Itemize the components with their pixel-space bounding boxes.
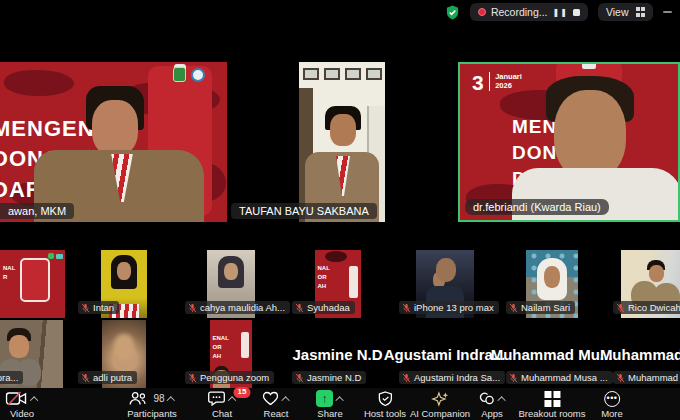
participant-name-label: Syuhadaa [292, 301, 355, 314]
participant-name-label: hmad Yora... [0, 371, 23, 384]
chevron-up-icon[interactable] [30, 396, 38, 404]
gallery-tile[interactable]: NALR [0, 250, 70, 318]
host-tools-button[interactable]: Host tools [364, 390, 406, 419]
status-battery-icon [56, 254, 63, 259]
apps-button[interactable]: Apps [478, 390, 506, 419]
participant-name-label: Intan [78, 301, 119, 314]
mic-muted-icon [188, 303, 197, 313]
participant-count: 98 [153, 393, 164, 404]
banner-mini-text: NALORAH [318, 264, 330, 291]
participant-name-label: adli putra [78, 371, 137, 384]
participant-name-label: dr.febriandi (Kwarda Riau) [465, 199, 609, 215]
participant-face [92, 100, 138, 156]
video-off-icon [6, 391, 28, 406]
mic-muted-icon [81, 373, 90, 383]
pause-recording-button[interactable]: ❚❚ [553, 8, 568, 17]
meeting-topbar: Recording... ❚❚ View [0, 0, 680, 24]
breakout-button[interactable]: Breakout rooms [518, 390, 585, 419]
portrait-video [299, 62, 385, 222]
video-button[interactable]: Video [6, 390, 39, 419]
participants-icon [128, 391, 148, 406]
date-year: 2026 [495, 81, 522, 90]
mic-muted-icon [616, 303, 625, 313]
gallery-tile-intan[interactable]: Intan [70, 250, 177, 318]
participant-name-label: awan, MKM [0, 203, 74, 219]
participant-name-label: Rico Dwicahyo... [613, 301, 680, 314]
more-button[interactable]: •••More [601, 390, 623, 419]
video-tile-speaker-center[interactable]: TAUFAN BAYU SAKBANA [229, 62, 456, 222]
toolbar-item-label: Host tools [364, 408, 406, 419]
toolbar-item-label: Breakout rooms [518, 408, 585, 419]
chevron-up-icon[interactable] [281, 396, 289, 404]
participant-name-label: Pengguna zoom [185, 371, 274, 384]
share-screen-icon: ↑ [316, 390, 333, 407]
toolbar-item-label: Participants [127, 408, 177, 419]
date-month: Januari [495, 72, 522, 81]
gallery-row-2: hmad Yora...adli putraENALORAHPengguna z… [0, 320, 680, 388]
host-tools-shield-icon [378, 391, 393, 407]
mic-muted-icon [509, 303, 518, 313]
chevron-up-icon[interactable] [167, 396, 175, 404]
breakout-rooms-icon [544, 391, 560, 407]
mic-muted-icon [402, 373, 411, 383]
participant-name-label: cahya maulidia Ah... [185, 301, 290, 314]
apps-icon [478, 391, 495, 406]
chat-icon [208, 391, 226, 406]
event-logo-icon [173, 67, 186, 82]
meeting-toolbar: Video98Participants15ChatReact↑ShareHost… [0, 388, 680, 420]
participant-name-label: Jasmine N.D [292, 371, 366, 384]
mic-muted-icon [509, 373, 518, 383]
video-tile-speaker-left[interactable]: MENGENALDONORDARAH awan, MKM [0, 62, 227, 222]
view-button[interactable]: View [598, 3, 653, 21]
gallery-tile-nailam-sari[interactable]: Nailam Sari [498, 250, 605, 318]
toolbar-item-label: React [262, 408, 290, 419]
recording-indicator: Recording... ❚❚ [470, 3, 588, 21]
chevron-up-icon[interactable] [497, 396, 505, 404]
toolbar-item-label: Video [6, 408, 39, 419]
gallery-tile-muhammad-musa-[interactable]: Muhammad Mu...Muhammad Musa ... [498, 320, 605, 388]
status-shield-icon [48, 253, 54, 259]
share-button[interactable]: ↑Share [316, 390, 344, 419]
security-shield-icon[interactable] [445, 5, 460, 20]
mic-muted-icon [402, 303, 411, 313]
gallery-tile-adli-putra[interactable]: adli putra [70, 320, 177, 388]
toolbar-item-label: Share [316, 408, 344, 419]
chevron-up-icon[interactable] [335, 396, 343, 404]
ai-companion-button[interactable]: AI Companion [410, 390, 470, 419]
chat-unread-badge: 15 [234, 387, 251, 398]
video-tile-active-speaker[interactable]: 3 Januari 2026 MENGDONODARAH dr.febriand… [458, 62, 680, 222]
main-video-stage: MENGENALDONORDARAH awan, MKM TAUFAN BAYU… [0, 62, 680, 222]
participants-button[interactable]: 98Participants [127, 390, 177, 419]
gallery-tile-iphone-13-pro-max[interactable]: iPhone 13 pro max [391, 250, 498, 318]
mic-muted-icon [188, 373, 197, 383]
gallery-tile-pengguna-zoom[interactable]: ENALORAHPengguna zoom [177, 320, 284, 388]
date-day: 3 [472, 72, 484, 93]
react-button[interactable]: React [262, 390, 290, 419]
gallery-tile-syuhadaa[interactable]: NALORAHSyuhadaa [284, 250, 391, 318]
event-date-badge: 3 Januari 2026 [472, 72, 522, 93]
participant-name-label: TAUFAN BAYU SAKBANA [231, 203, 377, 219]
stop-recording-button[interactable] [573, 9, 580, 16]
gallery-tile-muhammad-ya-[interactable]: Muhammad Ya...Muhammad Ya... [605, 320, 680, 388]
recording-label: Recording... [491, 6, 548, 18]
zoom-meeting-window: { "topbar": { "recording_label": "Record… [0, 0, 680, 420]
toolbar-item-label: More [601, 408, 623, 419]
toolbar-item-label: Chat [208, 408, 237, 419]
gallery-view-icon [636, 7, 646, 17]
gallery-tile-hmad-yora-[interactable]: hmad Yora... [0, 320, 70, 388]
participant-name-label: Muhammad Ya... [613, 371, 680, 384]
banner-mini-text: NALR [3, 264, 15, 282]
wall-frames [303, 68, 382, 80]
gallery-tile-rico-dwicahyo-[interactable]: Rico Dwicahyo... [605, 250, 680, 318]
recording-dot-icon [478, 8, 486, 16]
chat-button[interactable]: 15Chat [208, 390, 237, 419]
gallery-tile-cahya-maulidia-ah-[interactable]: cahya maulidia Ah... [177, 250, 284, 318]
more-icon: ••• [604, 391, 620, 407]
participant-name-label: Agustami Indra Sa... [399, 371, 505, 384]
gallery-tile-agustami-indra-sa-[interactable]: Agustami Indra...Agustami Indra Sa... [391, 320, 498, 388]
gallery-row-1: NALRIntancahya maulidia Ah...NALORAHSyuh… [0, 250, 680, 318]
mic-muted-icon [295, 303, 304, 313]
react-heart-icon [262, 391, 279, 406]
window-minimize-icon[interactable] [663, 11, 672, 13]
gallery-tile-jasmine-n-d[interactable]: Jasmine N.DJasmine N.D [284, 320, 391, 388]
